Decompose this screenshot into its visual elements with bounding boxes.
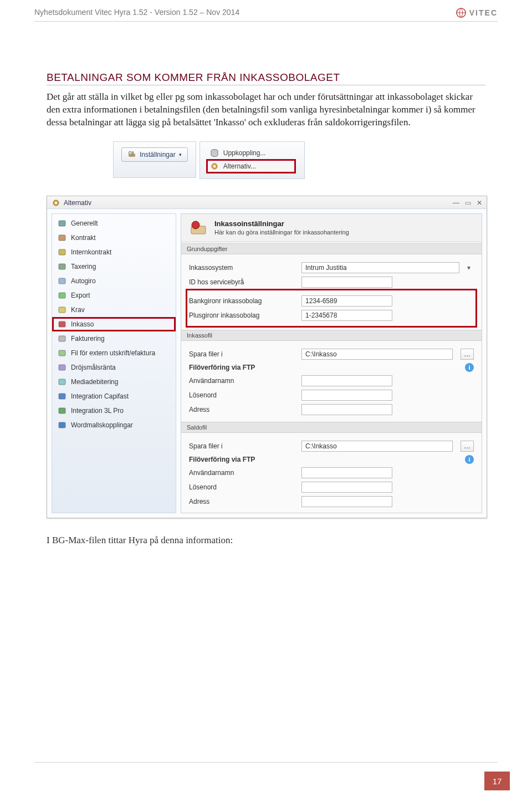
- label-addr-2: Adress: [189, 498, 297, 505]
- sidebar-item-dr-jsm-lsr-nta[interactable]: Dröjsmålsränta: [52, 360, 176, 375]
- input-pass-2[interactable]: [301, 482, 392, 493]
- label-bg: Bankgironr inkassobolag: [189, 297, 297, 305]
- svg-point-6: [213, 165, 216, 167]
- settings-button[interactable]: Inställningar ▾: [121, 147, 188, 162]
- brand-text: VITEC: [469, 8, 498, 17]
- brand-logo: VITEC: [456, 8, 498, 18]
- label-pg: Plusgironr inkassobolag: [189, 311, 297, 319]
- sidebar-item-fakturering[interactable]: Fakturering: [52, 331, 176, 346]
- dialog-titlebar: Alternativ — ▭ ✕: [47, 196, 487, 209]
- browse-button[interactable]: …: [461, 349, 474, 360]
- sidebar-item-label: Export: [71, 292, 90, 299]
- label-addr-1: Adress: [189, 406, 297, 413]
- sidebar-item-taxering[interactable]: Taxering: [52, 259, 176, 274]
- menu-item-alternativ[interactable]: Alternativ...: [207, 160, 295, 173]
- gear-tools-icon: [127, 150, 136, 159]
- maximize-icon[interactable]: ▭: [465, 199, 471, 207]
- sidebar-item-kontrakt[interactable]: Kontrakt: [52, 231, 176, 245]
- menu-item-uppkoppling[interactable]: Uppkoppling...: [207, 146, 295, 160]
- panel-title: Inkassoinställningar: [214, 219, 349, 228]
- sidebar-item-integration-capifast[interactable]: Integration Capifast: [52, 389, 176, 404]
- dropdown-caret-icon[interactable]: ▾: [464, 264, 474, 272]
- sidebar-item-autogiro[interactable]: Autogiro: [52, 274, 176, 288]
- browse-button[interactable]: …: [461, 441, 474, 452]
- close-icon[interactable]: ✕: [477, 199, 482, 207]
- sidebar-item-generellt[interactable]: Generellt: [52, 216, 176, 231]
- screenshot-ribbon: Inställningar ▾ Uppkoppling... Alternati…: [113, 141, 401, 179]
- input-spara-2[interactable]: [301, 441, 453, 452]
- svg-rect-18: [59, 350, 65, 356]
- dropdown-caret-icon: ▾: [179, 152, 182, 157]
- settings-dropdown: Uppkoppling... Alternativ...: [200, 141, 305, 179]
- menu-label: Alternativ...: [223, 162, 256, 170]
- svg-rect-20: [59, 379, 65, 385]
- svg-rect-23: [59, 422, 65, 428]
- label-ftp-2: Filöverföring via FTP: [189, 456, 297, 463]
- input-addr-2[interactable]: [301, 496, 392, 507]
- sidebar-item-icon: [58, 392, 66, 401]
- panel-header: Inkassoinställningar Här kan du göra ins…: [181, 214, 482, 242]
- settings-button-label: Inställningar: [140, 151, 176, 159]
- menu-label: Uppkoppling...: [223, 149, 266, 157]
- sidebar-item-integration-3l-pro[interactable]: Integration 3L Pro: [52, 404, 176, 418]
- sidebar-item-inkasso[interactable]: Inkasso: [52, 317, 176, 331]
- sidebar-item-label: Fil för extern utskrift/efaktura: [71, 349, 155, 357]
- svg-rect-3: [132, 151, 134, 155]
- svg-rect-21: [59, 394, 65, 399]
- section-heading: BETALNINGAR SOM KOMMER FRÅN INKASSOBOLAG…: [47, 71, 485, 85]
- sidebar-item-icon: [58, 349, 66, 357]
- vitec-globe-icon: [456, 8, 466, 18]
- svg-point-25: [192, 221, 200, 229]
- input-pass-1[interactable]: [301, 390, 392, 401]
- svg-rect-11: [59, 249, 65, 255]
- input-bg[interactable]: [301, 295, 392, 307]
- svg-rect-9: [59, 221, 65, 226]
- sidebar-item-label: Generellt: [71, 219, 98, 227]
- minimize-icon[interactable]: —: [453, 199, 459, 207]
- footer-rule: [34, 762, 498, 763]
- svg-rect-12: [59, 264, 65, 269]
- gear-icon: [210, 162, 219, 171]
- sidebar-item-label: Integration Capifast: [71, 392, 129, 400]
- settings-main-panel: Inkassoinställningar Här kan du göra ins…: [181, 213, 482, 513]
- sidebar-item-icon: [58, 320, 66, 329]
- sidebar-item-mediadebitering[interactable]: Mediadebitering: [52, 375, 176, 389]
- input-addr-1[interactable]: [301, 404, 392, 415]
- sidebar-item-wordmallskopplingar[interactable]: Wordmallskopplingar: [52, 418, 176, 432]
- sidebar-item-internkontrakt[interactable]: Internkontrakt: [52, 245, 176, 259]
- highlight-bgpg: Bankgironr inkassobolag Plusgironr inkas…: [188, 291, 475, 325]
- input-spara-1[interactable]: [301, 349, 453, 360]
- input-user-1[interactable]: [301, 375, 392, 386]
- body-paragraph: Det går att ställa in vilket bg eller pg…: [47, 91, 485, 129]
- info-icon[interactable]: i: [465, 363, 474, 372]
- ribbon-group: Inställningar ▾: [113, 141, 196, 178]
- label-pass-1: Lösenord: [189, 391, 297, 399]
- input-system[interactable]: [301, 262, 459, 273]
- sidebar-item-label: Wordmallskopplingar: [71, 421, 133, 429]
- sidebar-item-label: Krav: [71, 306, 85, 314]
- sidebar-item-icon: [58, 406, 66, 415]
- sidebar-item-krav[interactable]: Krav: [52, 303, 176, 317]
- sidebar-item-icon: [58, 305, 66, 314]
- label-pass-2: Lösenord: [189, 483, 297, 491]
- sidebar-item-icon: [58, 277, 66, 285]
- band-inkassofil: Inkassofil: [181, 330, 482, 341]
- svg-point-2: [129, 151, 132, 155]
- svg-rect-19: [59, 365, 65, 370]
- input-pg[interactable]: [301, 310, 392, 321]
- info-icon[interactable]: i: [465, 455, 474, 464]
- database-icon: [210, 149, 219, 157]
- label-system: Inkassosystem: [189, 264, 297, 272]
- sidebar-item-icon: [58, 233, 66, 242]
- sidebar-item-label: Fakturering: [71, 335, 105, 343]
- sidebar-item-fil-f-r-extern-utskrift-efaktura[interactable]: Fil för extern utskrift/efaktura: [52, 346, 176, 360]
- input-id[interactable]: [301, 277, 392, 288]
- doc-title: Nyhetsdokument Vitec Hyra 1.52 - Version…: [34, 8, 239, 17]
- sidebar-item-export[interactable]: Export: [52, 288, 176, 303]
- dialog-title: Alternativ: [64, 199, 91, 207]
- sidebar-item-icon: [58, 248, 66, 257]
- input-user-2[interactable]: [301, 467, 392, 478]
- settings-sidebar: GenerelltKontraktInternkontraktTaxeringA…: [52, 213, 176, 513]
- svg-rect-17: [59, 336, 65, 341]
- svg-rect-14: [59, 293, 65, 298]
